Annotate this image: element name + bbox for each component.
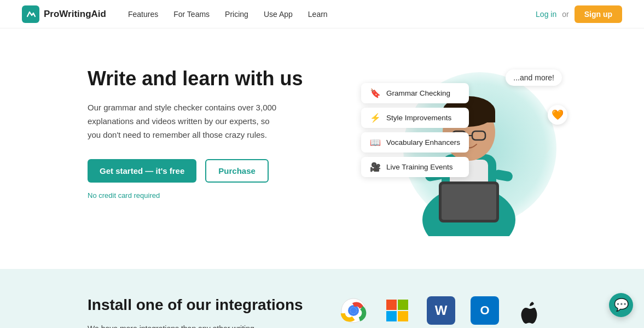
integration-word[interactable]: W	[427, 296, 455, 325]
svg-rect-18	[398, 300, 408, 310]
vocab-label: Vocabulary Enhancers	[386, 138, 460, 147]
logo-area[interactable]: ProWritingAid	[22, 5, 106, 23]
hero-section: Write and learn with us Our grammar and …	[0, 28, 644, 269]
hero-right: 🔖 Grammar Checking ⚡ Style Improvements …	[361, 61, 578, 247]
lower-title: Install one of our integrations	[88, 296, 306, 314]
grammar-label: Grammar Checking	[386, 89, 450, 97]
word-letter: W	[435, 303, 448, 318]
logo-icon	[22, 5, 39, 23]
nav-for-teams[interactable]: For Teams	[173, 10, 210, 19]
svg-rect-19	[386, 311, 397, 321]
nav-use-app[interactable]: Use App	[264, 10, 293, 19]
hero-description: Our grammar and style checker contains o…	[88, 101, 285, 142]
hero-title: Write and learn with us	[88, 67, 339, 90]
hero-left: Write and learn with us Our grammar and …	[88, 61, 339, 200]
training-label: Live Training Events	[386, 163, 453, 171]
svg-rect-10	[442, 184, 496, 220]
integration-apple[interactable]	[514, 296, 543, 325]
lower-section: Install one of our integrations We have …	[0, 269, 644, 328]
svg-rect-20	[398, 311, 408, 321]
or-text: or	[562, 10, 568, 19]
feature-card-grammar: 🔖 Grammar Checking	[361, 83, 469, 103]
training-icon: 🎥	[370, 162, 381, 172]
style-label: Style Improvements	[386, 114, 451, 122]
hero-buttons: Get started — it's free Purchase	[88, 159, 339, 183]
feature-cards: 🔖 Grammar Checking ⚡ Style Improvements …	[361, 83, 469, 177]
integrations-grid: W O S	[339, 296, 556, 328]
more-bubble: ...and more!	[506, 69, 562, 86]
nav-learn[interactable]: Learn	[308, 10, 328, 19]
nav-features[interactable]: Features	[128, 10, 158, 19]
signup-button[interactable]: Sign up	[575, 5, 622, 23]
login-button[interactable]: Log in	[536, 10, 556, 19]
integration-chrome[interactable]	[339, 296, 368, 325]
grammar-icon: 🔖	[370, 88, 381, 98]
nav-links: Features For Teams Pricing Use App Learn	[128, 10, 536, 19]
integration-outlook[interactable]: O	[471, 296, 499, 325]
vocab-icon: 📖	[370, 137, 381, 148]
feature-card-vocab: 📖 Vocabulary Enhancers	[361, 132, 469, 153]
integration-microsoft[interactable]	[383, 296, 411, 325]
nav-right: Log in or Sign up	[536, 5, 622, 23]
nav-pricing[interactable]: Pricing	[225, 10, 248, 19]
lower-left: Install one of our integrations We have …	[88, 296, 306, 328]
chat-icon: 💬	[614, 298, 629, 312]
get-started-button[interactable]: Get started — it's free	[88, 159, 196, 183]
navbar: ProWritingAid Features For Teams Pricing…	[0, 0, 644, 28]
lower-right: W O S	[339, 296, 556, 328]
svg-rect-17	[386, 300, 397, 310]
lower-description: We have more integrations than any other…	[88, 323, 274, 328]
heart-icon: 🧡	[552, 109, 564, 121]
feature-card-style: ⚡ Style Improvements	[361, 108, 469, 128]
more-label: ...and more!	[513, 73, 554, 82]
heart-badge: 🧡	[548, 105, 567, 125]
logo-text: ProWritingAid	[44, 9, 106, 20]
svg-point-16	[350, 307, 357, 314]
no-credit-text: No credit card required	[88, 191, 339, 200]
outlook-letter: O	[480, 303, 489, 318]
style-icon: ⚡	[370, 113, 381, 123]
purchase-button[interactable]: Purchase	[205, 159, 269, 183]
chat-bubble[interactable]: 💬	[609, 293, 633, 317]
feature-card-training: 🎥 Live Training Events	[361, 157, 469, 177]
